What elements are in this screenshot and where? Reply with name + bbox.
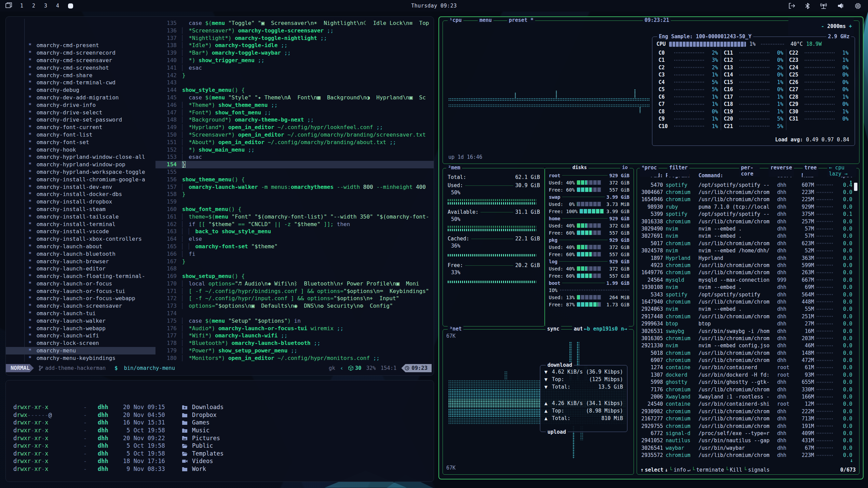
code-line[interactable]: 165▏ ▏ omarchy-font-set "$theme" — [155, 243, 434, 250]
file-list-item[interactable]: *omarchy-lock-screen — [6, 339, 155, 347]
process-row[interactable]: 98930rubypuma 7.1.0 (tcp://localdhh929M0… — [640, 203, 852, 210]
code-line[interactable]: 162▏ if [[ "$theme" == "CNCLD" || -z "$t… — [155, 221, 434, 228]
file-list-item[interactable]: *omarchy-menu — [6, 347, 155, 354]
code-line[interactable]: 145 case $(menu "Style" "✦ Theme\nA Font… — [155, 94, 434, 101]
code-line[interactable]: 158} — [155, 191, 434, 198]
net-interface-switcher[interactable]: ←b enp191s0 n→ — [582, 326, 629, 332]
process-row[interactable]: 1647940chromium/usr/lib/chromium/chromdh… — [640, 298, 852, 305]
directory-name[interactable]: Work — [192, 465, 206, 473]
process-row[interactable]: 6772signal-d/proc/self/exe --type=rdhh40… — [640, 430, 852, 437]
file-list-item[interactable]: *omarchy-cmd-present — [6, 42, 155, 49]
code-line[interactable]: 144show_style_menu() { — [155, 86, 434, 94]
menu-button[interactable]: menu — [478, 17, 493, 23]
code-line[interactable]: 151▏ *About*) open_in_editor ~/.config/o… — [155, 139, 434, 146]
file-list-item[interactable]: *omarchy-install-dev-env — [6, 183, 155, 191]
file-list-item[interactable]: *omarchy-launch-editor — [6, 265, 155, 273]
directory-name[interactable]: Downloads — [192, 403, 223, 411]
code-line[interactable]: 152▏ *) show_main_menu ;; — [155, 146, 434, 154]
file-list-item[interactable]: *omarchy-launch-or-focus — [6, 280, 155, 288]
code-line[interactable]: 161▏ theme=$(menu "Font" "$(omarchy-font… — [155, 213, 434, 221]
code-line[interactable]: 136▏ *Screensaver*) omarchy-toggle-scree… — [155, 27, 434, 34]
code-line[interactable]: 167} — [155, 258, 434, 265]
file-list-item[interactable]: *omarchy-dev-add-migration — [6, 94, 155, 101]
process-row[interactable]: 3026541waybar/usr/bin/waybardhh67M0.0 — [640, 444, 852, 451]
code-line[interactable]: 160show_font_menu() { — [155, 206, 434, 213]
cpu-chip-icon[interactable] — [855, 3, 861, 9]
code-line[interactable]: 141▏ esac — [155, 64, 434, 72]
process-row[interactable]: 3016338chromium/usr/lib/chromium/chromdh… — [640, 218, 852, 225]
process-row[interactable]: 2941052nautilus/usr/bin/nautilus --gapdh… — [640, 437, 852, 444]
directory-name[interactable]: Public — [192, 442, 213, 450]
process-row[interactable]: 24540containe/usr/bin/containerd-shiroot… — [640, 401, 852, 408]
code-line[interactable]: 170▏ local options="♬ Audio\n✱ Wifi\nᛒ B… — [155, 280, 434, 288]
tab-io[interactable]: io — [620, 165, 629, 170]
preset-button[interactable]: preset * — [507, 17, 535, 23]
file-list-item[interactable]: *omarchy-launch-screensaver — [6, 302, 155, 310]
process-row[interactable]: 3024578nvimnvim --embed /home/dhh/dhh52M… — [640, 247, 852, 254]
code-line[interactable]: 143 — [155, 79, 434, 86]
file-list-item[interactable]: *omarchy-menu-keybindings — [6, 354, 155, 362]
code-line[interactable]: 168 — [155, 265, 434, 273]
file-list-item[interactable]: *omarchy-install-dropbox — [6, 198, 155, 206]
process-row[interactable]: 2917448chromium/usr/lib/chromium/chromdh… — [640, 313, 852, 320]
file-list-item[interactable]: *omarchy-install-vscode — [6, 228, 155, 235]
code-line[interactable]: 139▏ *Bar*) omarchy-toggle-waybar ;; — [155, 49, 434, 57]
process-row[interactable]: 3004667chromium/usr/lib/chromium/chromdh… — [640, 189, 852, 196]
directory-name[interactable]: Videos — [192, 457, 213, 465]
file-list-item[interactable]: *omarchy-drive-set-password — [6, 116, 155, 124]
process-row[interactable]: 2006XwaylandXwayland :1 -rootless -dhh16… — [640, 393, 852, 400]
file-list-item[interactable]: *omarchy-install-tailscale — [6, 213, 155, 221]
refresh-interval[interactable]: - 2000ms + — [788, 17, 854, 36]
file-list-item[interactable]: *omarchy-cmd-screensaver — [6, 57, 155, 64]
process-row[interactable]: 5998ghostty/usr/bin/ghostty --gtk-dhh655… — [640, 379, 852, 386]
file-list-item[interactable]: *omarchy-launch-or-focus-webapp — [6, 295, 155, 302]
code-line[interactable]: 149▏ *Hyprland*) open_in_editor ~/.confi… — [155, 124, 434, 131]
file-list-item[interactable]: *omarchy-hook — [6, 146, 155, 154]
process-row[interactable]: 1930108nvimnvim --embed .dhh69M0.0 — [640, 283, 852, 291]
code-line[interactable]: 137▏ *Nightlight*) omarchy-toggle-nightl… — [155, 34, 434, 42]
code-line[interactable]: 179▏ *Power*) show_setup_power_menu ;; — [155, 347, 434, 354]
code-line[interactable]: 150▏ *Screensaver*) open_in_editor ~/.co… — [155, 131, 434, 139]
code-line[interactable]: 156show_theme_menu() { — [155, 176, 434, 183]
file-list-pane[interactable]: *omarchy-cmd-present*omarchy-cmd-screenr… — [6, 19, 155, 362]
process-row[interactable]: 2167277chromium/usr/lib/chromium/chromdh… — [640, 415, 852, 422]
code-line[interactable]: 164▏ else — [155, 235, 434, 243]
file-list-item[interactable]: *omarchy-install-docker-dbs — [6, 191, 155, 198]
scroll-down-icon[interactable]: ↓ — [850, 457, 853, 463]
code-line[interactable]: 138▏ *Idle*) omarchy-toggle-idle ;; — [155, 42, 434, 49]
file-list-item[interactable]: *omarchy-cmd-screenrecord — [6, 49, 155, 57]
code-line[interactable]: 172▏ [ -f ~/.config/hypr/input.conf ] &&… — [155, 295, 434, 302]
directory-name[interactable]: Games — [192, 419, 209, 427]
directory-name[interactable]: Dropbox — [192, 411, 217, 419]
bluetooth-icon[interactable] — [805, 3, 810, 9]
file-list-item[interactable]: *omarchy-hyprland-window-close-all — [6, 153, 155, 161]
process-row[interactable]: 1649776chromium/usr/lib/chromium/chromdh… — [640, 269, 852, 276]
file-list-item[interactable]: *omarchy-font-set — [6, 139, 155, 146]
file-list-item[interactable]: *omarchy-launch-floating-terminal- — [6, 273, 155, 280]
file-list-item[interactable]: *omarchy-launch-walker — [6, 317, 155, 325]
btop-window[interactable]: ¹cpu menu preset * 09:23:21 - 2000ms + E… — [438, 16, 864, 479]
tab-proc[interactable]: ⁴proc — [640, 165, 659, 177]
file-list-item[interactable]: *omarchy-cmd-terminal-cwd — [6, 79, 155, 86]
file-list-item[interactable]: *omarchy-install-terminal — [6, 221, 155, 228]
process-row[interactable]: 1897HyprlandHyprlanddhh363M0.0 — [640, 254, 852, 262]
file-list-item[interactable]: *omarchy-launch-or-focus-tui — [6, 288, 155, 295]
file-list-item[interactable]: *omarchy-font-list — [6, 131, 155, 139]
directory-name[interactable]: Pictures — [192, 434, 220, 442]
info-hint[interactable]: info — [674, 467, 686, 473]
file-list-item[interactable]: *omarchy-debug — [6, 86, 155, 94]
tab-disks[interactable]: disks — [571, 165, 588, 170]
code-line[interactable]: 166▏ fi — [155, 250, 434, 258]
code-line[interactable]: 147▏ *Font*) show_font_menu ;; — [155, 109, 434, 116]
tab-net[interactable]: ³net — [448, 326, 463, 332]
terminate-hint[interactable]: terminate — [696, 467, 724, 473]
file-list-item[interactable]: *omarchy-launch-webapp — [6, 325, 155, 332]
file-list-item[interactable]: *omarchy-launch-browser — [6, 258, 155, 265]
process-row[interactable]: 2921330nvimnvim --embed config.jsodhh46M… — [640, 342, 852, 349]
process-row[interactable]: 3016305chromium/usr/lib/chromium/chromdh… — [640, 335, 852, 342]
code-line[interactable]: 177▏ *Wifi*) omarchy-launch-wifi ;; — [155, 332, 434, 339]
file-list-item[interactable]: *omarchy-install-xbox-controllers — [6, 235, 155, 243]
code-line[interactable]: 155 — [155, 168, 434, 176]
process-row[interactable]: 2924063nvimnvim --embed .dhh55M0.0 — [640, 306, 852, 313]
code-line[interactable]: 157▏ omarchy-launch-walker -m menus:omar… — [155, 183, 434, 191]
